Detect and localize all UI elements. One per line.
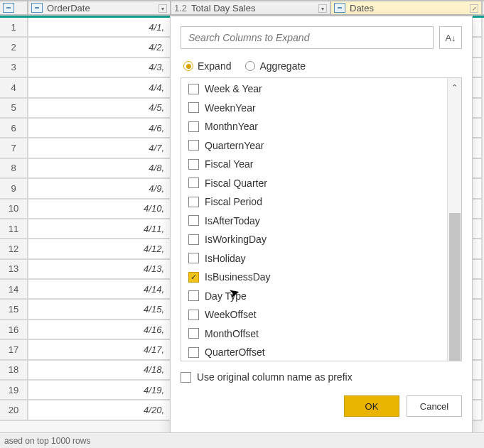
radio-dot-icon xyxy=(183,61,193,71)
checkbox[interactable]: ✓ xyxy=(188,272,199,283)
cell-orderdate[interactable]: 4/16, xyxy=(28,320,171,340)
cell-orderdate[interactable]: 4/9, xyxy=(28,179,171,199)
column-header-totaldaysales[interactable]: 1.2 Total Day Sales ▾ xyxy=(171,1,331,14)
checkbox[interactable] xyxy=(188,253,199,263)
checkbox[interactable] xyxy=(188,347,199,358)
column-header-dates[interactable]: Dates ⤢ xyxy=(331,1,483,14)
cell-orderdate[interactable]: 4/4, xyxy=(28,78,171,98)
ok-button[interactable]: OK xyxy=(344,395,399,417)
filter-dropdown-icon[interactable]: ▾ xyxy=(158,4,167,13)
checkbox[interactable] xyxy=(188,215,199,226)
column-header-orderdate[interactable]: OrderDate ▾ xyxy=(28,1,171,14)
list-item[interactable]: Day Type xyxy=(188,287,444,306)
checkbox[interactable] xyxy=(188,290,199,301)
row-number: 8 xyxy=(0,159,28,179)
list-item[interactable]: WeeknYear xyxy=(188,99,444,118)
list-item-label: IsWorkingDay xyxy=(205,234,267,245)
list-item[interactable]: IsAfterToday xyxy=(188,212,444,231)
cell-orderdate[interactable]: 4/20, xyxy=(28,400,171,420)
sort-az-icon: A↓ xyxy=(445,33,456,43)
status-text: ased on top 1000 rows xyxy=(4,436,90,446)
cell-orderdate[interactable]: 4/6, xyxy=(28,119,171,138)
row-number: 16 xyxy=(0,320,28,340)
scrollbar[interactable]: ⌃ ⌄ xyxy=(447,78,461,361)
column-label: Total Day Sales xyxy=(191,3,255,13)
expand-icon[interactable]: ⤢ xyxy=(470,4,478,13)
list-item[interactable]: IsWorkingDay xyxy=(188,230,444,249)
list-item[interactable]: MonthOffset xyxy=(188,324,444,344)
row-number-header[interactable] xyxy=(0,1,28,14)
checkbox[interactable] xyxy=(188,140,199,151)
cell-orderdate[interactable]: 4/19, xyxy=(28,381,171,400)
cell-orderdate[interactable]: 4/17, xyxy=(28,340,171,360)
row-number: 20 xyxy=(0,400,28,420)
cell-orderdate[interactable]: 4/7, xyxy=(28,138,171,158)
row-number: 1 xyxy=(0,18,28,38)
sort-button[interactable]: A↓ xyxy=(439,26,462,49)
cell-orderdate[interactable]: 4/3, xyxy=(28,58,171,78)
list-item[interactable]: QuarterOffset xyxy=(188,343,444,361)
cell-orderdate[interactable]: 4/10, xyxy=(28,200,171,219)
column-label: Dates xyxy=(350,3,374,13)
list-item-label: MonthnYear xyxy=(205,121,258,132)
scroll-up-icon[interactable]: ⌃ xyxy=(448,78,461,97)
list-item-label: WeeknYear xyxy=(205,102,256,114)
column-header-row: OrderDate ▾ 1.2 Total Day Sales ▾ Dates … xyxy=(0,0,484,16)
checkbox[interactable] xyxy=(188,328,199,339)
button-label: Cancel xyxy=(420,401,448,412)
list-item-label: Day Type xyxy=(205,290,247,302)
checkbox[interactable] xyxy=(188,121,199,132)
date-icon xyxy=(31,3,43,13)
cell-orderdate[interactable]: 4/1, xyxy=(28,18,171,38)
cancel-button[interactable]: Cancel xyxy=(407,395,462,417)
cell-orderdate[interactable]: 4/18, xyxy=(28,361,171,381)
list-item[interactable]: QuarternYear xyxy=(188,136,444,155)
row-number: 10 xyxy=(0,200,28,219)
cell-orderdate[interactable]: 4/12, xyxy=(28,239,171,259)
checkbox[interactable] xyxy=(188,310,199,320)
list-item-label: IsHoliday xyxy=(205,253,246,264)
cell-orderdate[interactable]: 4/8, xyxy=(28,159,171,179)
list-item[interactable]: MonthnYear xyxy=(188,117,444,136)
list-item[interactable]: Fiscal Year xyxy=(188,155,444,174)
row-number: 5 xyxy=(0,99,28,119)
list-item[interactable]: Week & Year xyxy=(188,80,444,99)
checkbox[interactable] xyxy=(188,159,199,170)
status-bar: ased on top 1000 rows xyxy=(0,432,484,448)
list-item[interactable]: ✓IsBusinessDay xyxy=(188,268,444,287)
table-icon xyxy=(3,3,14,13)
radio-aggregate[interactable]: Aggregate xyxy=(245,60,306,72)
search-input[interactable] xyxy=(181,26,434,49)
row-number: 18 xyxy=(0,361,28,381)
row-number: 4 xyxy=(0,78,28,98)
prefix-label: Use original column name as prefix xyxy=(197,371,353,383)
cell-orderdate[interactable]: 4/14, xyxy=(28,280,171,300)
cell-orderdate[interactable]: 4/15, xyxy=(28,300,171,319)
cell-orderdate[interactable]: 4/5, xyxy=(28,99,171,119)
list-item-label: QuarternYear xyxy=(205,140,264,151)
button-label: OK xyxy=(365,401,379,412)
checkbox[interactable] xyxy=(188,197,199,207)
row-number: 12 xyxy=(0,239,28,259)
list-item[interactable]: IsHoliday xyxy=(188,249,444,268)
cell-orderdate[interactable]: 4/11, xyxy=(28,219,171,239)
checkbox[interactable] xyxy=(188,102,199,113)
cell-orderdate[interactable]: 4/13, xyxy=(28,260,171,280)
list-item[interactable]: Fiscal Quarter xyxy=(188,174,444,193)
checkbox[interactable] xyxy=(188,84,199,94)
scroll-thumb[interactable] xyxy=(449,213,461,361)
cell-orderdate[interactable]: 4/2, xyxy=(28,38,171,58)
row-number: 14 xyxy=(0,280,28,300)
prefix-checkbox[interactable] xyxy=(181,372,191,383)
type-prefix: 1.2 xyxy=(174,3,187,13)
row-number: 2 xyxy=(0,38,28,58)
radio-label: Expand xyxy=(198,60,231,72)
list-item[interactable]: WeekOffset xyxy=(188,305,444,324)
checkbox[interactable] xyxy=(188,234,199,245)
list-item[interactable]: Fiscal Period xyxy=(188,192,444,212)
row-number: 17 xyxy=(0,340,28,360)
row-number: 19 xyxy=(0,381,28,400)
filter-dropdown-icon[interactable]: ▾ xyxy=(318,4,327,13)
checkbox[interactable] xyxy=(188,177,199,188)
radio-expand[interactable]: Expand xyxy=(183,60,231,72)
